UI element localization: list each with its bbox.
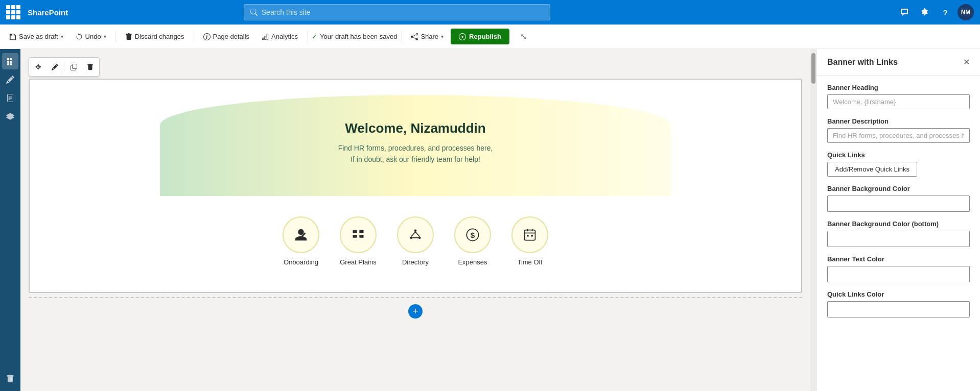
text-color-input[interactable] — [827, 266, 970, 282]
sidebar-pencil-icon[interactable] — [2, 71, 18, 88]
svg-text:$: $ — [471, 231, 475, 239]
add-remove-links-button[interactable]: Add/Remove Quick Links — [827, 162, 917, 177]
search-input[interactable] — [262, 8, 544, 16]
onboarding-icon-circle — [283, 216, 319, 253]
sidebar-layers-icon[interactable] — [2, 108, 18, 125]
quick-links-color-field: Quick Links Color — [827, 290, 970, 317]
text-color-label: Banner Text Color — [827, 255, 970, 263]
duplicate-tool-button[interactable] — [66, 60, 81, 74]
scrollbar[interactable] — [810, 49, 816, 391]
quick-links-color-label: Quick Links Color — [827, 290, 970, 298]
nav-icons: ? NM — [896, 4, 974, 20]
svg-rect-23 — [531, 235, 533, 237]
svg-rect-2 — [7, 61, 9, 63]
great-plains-label: Great Plains — [340, 258, 377, 266]
canvas-area: ✥ Welcome, Nizamuddin Find HR forms, pro… — [20, 49, 810, 391]
undo-button[interactable]: Undo ▾ — [71, 30, 111, 43]
banner-description-input[interactable] — [827, 128, 970, 143]
quick-link-directory[interactable]: Directory — [397, 216, 434, 266]
help-icon[interactable]: ? — [937, 4, 953, 20]
svg-rect-5 — [10, 63, 12, 65]
banner-heading-input[interactable] — [827, 94, 970, 109]
svg-rect-18 — [525, 230, 535, 240]
svg-rect-22 — [527, 235, 529, 237]
svg-rect-9 — [359, 235, 363, 238]
delete-tool-button[interactable] — [83, 60, 97, 74]
quick-link-onboarding[interactable]: Onboarding — [283, 216, 319, 266]
toolbar-divider-4 — [401, 31, 402, 43]
panel-title: Banner with Links — [827, 58, 898, 67]
waffle-menu[interactable] — [6, 5, 20, 19]
analytics-button[interactable]: Analytics — [256, 30, 303, 43]
banner-component: Welcome, Nizamuddin Find HR forms, proce… — [29, 79, 802, 293]
undo-chevron: ▾ — [104, 34, 106, 39]
quick-links-container: Onboarding Great Plains — [283, 216, 548, 266]
feedback-icon[interactable] — [896, 4, 913, 20]
time-off-label: Time Off — [517, 258, 542, 266]
banner-description-field: Banner Description — [827, 117, 970, 143]
banner-desc-line2: If in doubt, ask our friendly team for h… — [351, 155, 480, 163]
sidebar-trash-icon[interactable] — [2, 371, 18, 387]
quick-links-field: Quick Links Add/Remove Quick Links — [827, 151, 970, 177]
svg-rect-0 — [7, 58, 9, 60]
collapse-panel-button[interactable]: ⤡ — [516, 29, 532, 45]
directory-icon — [408, 228, 423, 242]
panel-close-button[interactable]: ✕ — [963, 57, 970, 67]
save-draft-button[interactable]: Save as draft ▾ — [4, 30, 68, 43]
bg-color-field: Banner Background Color — [827, 185, 970, 212]
svg-rect-4 — [7, 63, 9, 65]
app-name: SharePoint — [28, 8, 68, 17]
share-label: Share — [421, 33, 438, 40]
bg-color-input[interactable] — [827, 196, 970, 212]
bg-color-bottom-label: Banner Background Color (bottom) — [827, 220, 970, 228]
banner-description-label: Banner Description — [827, 117, 970, 125]
settings-icon[interactable] — [917, 4, 933, 20]
search-icon — [250, 9, 258, 16]
page-details-icon — [203, 33, 211, 40]
page-details-button[interactable]: Page details — [198, 30, 255, 43]
edit-tool-button[interactable] — [48, 60, 62, 74]
undo-icon — [76, 33, 83, 40]
share-button[interactable]: Share ▾ — [406, 30, 449, 43]
quick-link-expenses[interactable]: $ Expenses — [454, 216, 491, 266]
republish-button[interactable]: Republish — [451, 29, 509, 44]
great-plains-icon — [351, 228, 365, 242]
text-color-field: Banner Text Color — [827, 255, 970, 282]
panel-body: Banner Heading Banner Description Quick … — [817, 76, 980, 326]
share-chevron: ▾ — [441, 34, 444, 39]
sidebar-pages-icon[interactable] — [2, 90, 18, 106]
search-bar[interactable] — [244, 4, 550, 20]
sidebar-edit-icon[interactable] — [2, 53, 18, 69]
scrollbar-thumb[interactable] — [811, 53, 815, 84]
banner-heading-label: Banner Heading — [827, 84, 970, 91]
avatar[interactable]: NM — [958, 4, 974, 20]
republish-icon — [459, 33, 466, 40]
quick-link-time-off[interactable]: Time Off — [511, 216, 548, 266]
svg-rect-7 — [359, 230, 363, 233]
directory-icon-circle — [397, 216, 434, 253]
panel-header: Banner with Links ✕ — [817, 49, 980, 76]
discard-icon — [125, 33, 132, 40]
republish-label: Republish — [469, 33, 501, 40]
analytics-label: Analytics — [271, 33, 298, 40]
directory-label: Directory — [402, 258, 429, 266]
time-off-icon — [523, 228, 537, 242]
share-icon — [411, 33, 418, 40]
great-plains-icon-circle — [340, 216, 377, 253]
bg-color-bottom-input[interactable] — [827, 231, 970, 247]
svg-rect-6 — [353, 230, 357, 233]
quick-link-great-plains[interactable]: Great Plains — [340, 216, 377, 266]
discard-label: Discard changes — [135, 33, 184, 40]
add-section-area: + — [29, 297, 802, 325]
bg-color-label: Banner Background Color — [827, 185, 970, 192]
analytics-icon — [262, 33, 269, 40]
svg-line-13 — [411, 232, 415, 236]
discard-button[interactable]: Discard changes — [120, 30, 190, 43]
move-tool-button[interactable]: ✥ — [31, 60, 45, 74]
toolbar: Save as draft ▾ Undo ▾ Discard changes P… — [0, 25, 980, 49]
add-section-button[interactable]: + — [408, 304, 423, 319]
banner-title: Welcome, Nizamuddin — [170, 120, 661, 136]
quick-links-color-input[interactable] — [827, 301, 970, 317]
toolbar-divider-2 — [194, 31, 194, 43]
top-navigation: SharePoint ? NM — [0, 0, 980, 25]
